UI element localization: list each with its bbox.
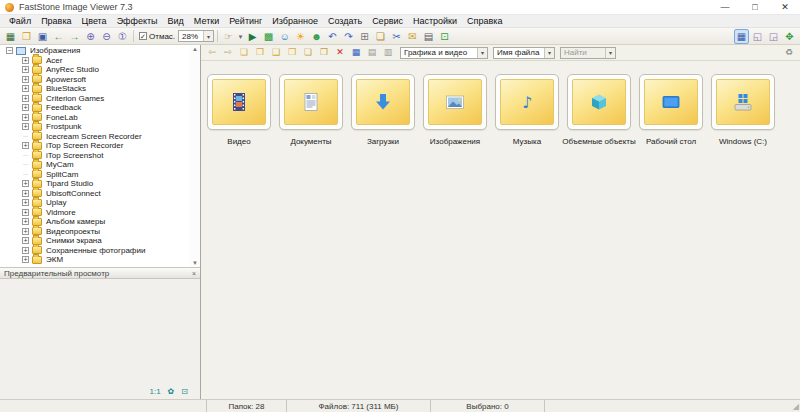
browse-icon[interactable]: ▦ xyxy=(3,29,18,44)
save-icon[interactable]: ▣ xyxy=(35,29,50,44)
expand-icon[interactable] xyxy=(22,218,29,225)
category-filter-combobox[interactable]: Графика и видео ▾ xyxy=(400,47,488,59)
expand-view-icon[interactable]: ✥ xyxy=(782,29,797,44)
expand-icon[interactable] xyxy=(22,209,29,216)
expand-icon[interactable] xyxy=(22,199,29,206)
expand-icon[interactable] xyxy=(22,85,29,92)
move-to-folder-icon[interactable]: ❐ xyxy=(317,46,331,60)
crop-icon[interactable]: ✂ xyxy=(389,29,404,44)
minimize-button[interactable]: — xyxy=(710,0,740,14)
menu-item[interactable]: Эффекты xyxy=(112,15,163,28)
expand-icon[interactable] xyxy=(22,247,29,254)
adjust-colors-icon[interactable]: ☀ xyxy=(293,29,308,44)
delete-icon[interactable]: ✕ xyxy=(333,46,347,60)
expand-icon[interactable] xyxy=(22,180,29,187)
chevron-down-icon[interactable]: ▾ xyxy=(477,48,487,58)
expand-icon[interactable] xyxy=(22,237,29,244)
zoom-out-icon[interactable]: ⊖ xyxy=(99,29,114,44)
menu-item[interactable]: Правка xyxy=(36,15,76,28)
hand-dropdown-icon[interactable]: ▾ xyxy=(237,29,244,44)
search-combobox[interactable]: Найти ▾ xyxy=(560,47,616,59)
expand-icon[interactable] xyxy=(22,152,29,159)
capture-icon[interactable]: ⊡ xyxy=(437,29,452,44)
expand-icon[interactable] xyxy=(22,142,29,149)
expand-icon[interactable] xyxy=(22,57,29,64)
menu-item[interactable]: Файл xyxy=(4,15,36,28)
close-icon[interactable]: × xyxy=(192,270,196,277)
rotate-left-icon[interactable]: ↶ xyxy=(325,29,340,44)
expand-icon[interactable] xyxy=(22,256,29,263)
scroll-up-icon[interactable]: ▲ xyxy=(192,45,198,53)
next-image-icon[interactable]: → xyxy=(67,29,82,44)
resize-icon[interactable]: ☻ xyxy=(309,29,324,44)
expand-icon[interactable] xyxy=(22,95,29,102)
expand-icon[interactable] xyxy=(22,171,29,178)
compare-icon[interactable]: ⊞ xyxy=(357,29,372,44)
expand-icon[interactable] xyxy=(22,114,29,121)
chevron-down-icon[interactable]: ▾ xyxy=(544,48,554,58)
menu-item[interactable]: Сервис xyxy=(367,15,408,28)
tile-pictures[interactable]: Изображения xyxy=(423,74,487,146)
forward-icon[interactable]: ⇨ xyxy=(221,46,235,60)
thumbnail-view-icon[interactable]: ▦ xyxy=(349,46,363,60)
menu-item[interactable]: Рейтинг xyxy=(224,15,267,28)
autosize-checkbox[interactable]: ✓ xyxy=(139,32,147,40)
tile-music[interactable]: ♪ Музыка xyxy=(495,74,559,146)
folder-favorites-icon[interactable]: ❑ xyxy=(269,46,283,60)
slideshow-icon[interactable]: ▶ xyxy=(245,29,260,44)
rotate-right-icon[interactable]: ↷ xyxy=(341,29,356,44)
prev-image-icon[interactable]: ← xyxy=(51,29,66,44)
tile-downloads[interactable]: Загрузки xyxy=(351,74,415,146)
expand-icon[interactable] xyxy=(22,104,29,111)
expand-icon[interactable] xyxy=(22,76,29,83)
tile-desktop[interactable]: Рабочий стол xyxy=(639,74,703,146)
print-icon[interactable]: ▤ xyxy=(421,29,436,44)
detail-view-icon[interactable]: ▥ xyxy=(381,46,395,60)
tree-scrollbar[interactable]: ▲ ▼ xyxy=(190,45,200,267)
tile-windows-c[interactable]: Windows (C:) xyxy=(711,74,775,146)
preview-fit-icon[interactable]: ⊡ xyxy=(181,387,188,396)
collapse-icon[interactable] xyxy=(6,47,13,54)
list-view-icon[interactable]: ▤ xyxy=(365,46,379,60)
preview-settings-icon[interactable]: ✿ xyxy=(168,387,175,396)
menu-item[interactable]: Создать xyxy=(323,15,367,28)
copy-to-folder-icon[interactable]: ❏ xyxy=(301,46,315,60)
menu-item[interactable]: Справка xyxy=(462,15,507,28)
menu-item[interactable]: Метки xyxy=(189,15,224,28)
menu-item[interactable]: Настройки xyxy=(408,15,462,28)
browser-view-icon[interactable]: ▦ xyxy=(734,29,749,44)
expand-icon[interactable] xyxy=(22,161,29,168)
windowed-view-icon[interactable]: ◱ xyxy=(750,29,765,44)
menu-item[interactable]: Цвета xyxy=(77,15,112,28)
tile-3d-objects[interactable]: Объемные объекты xyxy=(567,74,631,146)
expand-icon[interactable] xyxy=(22,123,29,130)
zoom-in-icon[interactable]: ⊕ xyxy=(83,29,98,44)
maximize-button[interactable]: □ xyxy=(740,0,770,14)
hand-tool-icon[interactable]: ☞ xyxy=(221,29,236,44)
expand-icon[interactable] xyxy=(22,228,29,235)
tree-item[interactable]: ЭКМ xyxy=(4,255,200,265)
chevron-down-icon[interactable]: ▾ xyxy=(203,31,213,41)
red-eye-icon[interactable]: ☺ xyxy=(277,29,292,44)
tile-videos[interactable]: Видео xyxy=(207,74,271,146)
tile-documents[interactable]: Документы xyxy=(279,74,343,146)
folder-image-icon[interactable]: ❐ xyxy=(253,46,267,60)
back-icon[interactable]: ⇦ xyxy=(205,46,219,60)
menu-item[interactable]: Избранное xyxy=(267,15,323,28)
expand-icon[interactable] xyxy=(22,190,29,197)
actual-size-button[interactable]: 1:1 xyxy=(149,387,160,396)
fullscreen-view-icon[interactable]: ◲ xyxy=(766,29,781,44)
zoom-combobox[interactable]: 28% ▾ xyxy=(178,30,214,42)
folder-open-icon[interactable]: ❒ xyxy=(285,46,299,60)
resize-grip[interactable]: ◢ xyxy=(788,402,800,411)
scroll-down-icon[interactable]: ▼ xyxy=(192,259,198,267)
expand-icon[interactable] xyxy=(22,133,29,140)
image-editor-icon[interactable]: ▩ xyxy=(261,29,276,44)
email-icon[interactable]: ✉ xyxy=(405,29,420,44)
expand-icon[interactable] xyxy=(22,66,29,73)
copy-move-icon[interactable]: ❏ xyxy=(373,29,388,44)
trash-icon[interactable]: ♻ xyxy=(782,46,796,60)
folder-up-icon[interactable]: ❏ xyxy=(237,46,251,60)
name-filter-combobox[interactable]: Имя файла ▾ xyxy=(493,47,555,59)
menu-item[interactable]: Вид xyxy=(163,15,189,28)
